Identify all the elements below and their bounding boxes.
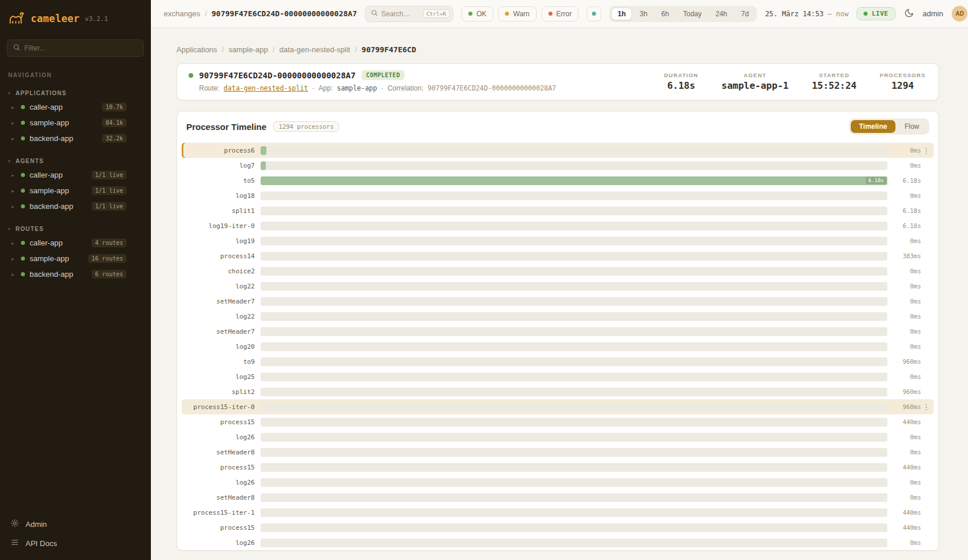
timeline-row-split2[interactable]: split2960ms (182, 384, 934, 399)
filter-input[interactable] (24, 44, 138, 52)
status-filter-warn[interactable]: Warn (498, 6, 536, 21)
timeline-row-log26[interactable]: log260ms (182, 429, 934, 445)
timeline-row-log22[interactable]: log220ms (182, 309, 934, 324)
sidebar-item-caller-app[interactable]: ▸caller-app1/1 live (0, 167, 151, 183)
timeline-row-process14[interactable]: process14383ms (182, 248, 934, 263)
status-filter-error[interactable]: Error (541, 6, 579, 21)
timeline-row-choice2[interactable]: choice20ms (182, 263, 934, 279)
row-menu-icon[interactable]: ⋮ (921, 403, 931, 411)
time-range-1h[interactable]: 1h (611, 8, 632, 20)
timeline-track (261, 388, 887, 396)
view-toggle-flow[interactable]: Flow (897, 120, 927, 133)
row-menu-icon[interactable]: ⋮ (921, 146, 931, 155)
username-label[interactable]: admin (923, 9, 943, 18)
logo-row[interactable]: cameleer v3.2.1 (0, 0, 151, 34)
timeline-row-log7[interactable]: log70ms (182, 158, 934, 173)
timeline-row-log19[interactable]: log190ms (182, 233, 934, 248)
route-link[interactable]: data-gen-nested-split (223, 84, 308, 92)
breadcrumb-item-90799f47e6cd: 90799F47E6CD (362, 45, 416, 54)
timeline-row-log26[interactable]: log260ms (182, 535, 934, 550)
timeline-row-process6[interactable]: process60ms⋮ (182, 143, 934, 158)
row-duration: 6.18s (887, 222, 921, 229)
stat-value: 6.18s (664, 80, 698, 91)
footer-item-api-docs[interactable]: API Docs (10, 538, 140, 548)
timeline-row-process15[interactable]: process15440ms (182, 414, 934, 429)
timeline-row-log26[interactable]: log260ms (182, 475, 934, 490)
row-duration: 960ms (887, 388, 921, 395)
sidebar-group-header-applications[interactable]: ▾APPLICATIONS (8, 90, 143, 96)
timeline-row-log19-iter-0[interactable]: log19-iter-06.18s (182, 218, 934, 233)
pulse-indicator-chip[interactable] (587, 6, 601, 21)
global-search[interactable]: Search… Ctrl+K (365, 6, 453, 22)
processor-name: choice2 (184, 268, 261, 275)
timeline-row-setHeader7[interactable]: setHeader70ms (182, 294, 934, 309)
sidebar-item-sample-app[interactable]: ▸sample-app1/1 live (0, 183, 151, 198)
status-filter-ok[interactable]: OK (461, 6, 493, 21)
route-label: Route: (199, 84, 219, 92)
footer-label: API Docs (26, 539, 57, 548)
breadcrumb-exchanges-link[interactable]: exchanges (164, 9, 200, 18)
row-duration: 440ms (887, 524, 921, 531)
sidebar-item-sample-app[interactable]: ▸sample-app16 routes (0, 251, 151, 266)
timeline-row-process15-iter-1[interactable]: process15-iter-1440ms (182, 505, 934, 520)
sidebar-item-backend-app[interactable]: ▸backend-app32.2k (0, 131, 151, 146)
breadcrumb-item-sample-app[interactable]: sample-app (229, 45, 268, 54)
timeline-row-setHeader8[interactable]: setHeader80ms (182, 445, 934, 460)
timeline-row-process15-iter-0[interactable]: process15-iter-0960ms⋮ (182, 399, 934, 414)
timeline-row-to9[interactable]: to9960ms (182, 354, 934, 369)
timeline-row-log20[interactable]: log200ms (182, 339, 934, 354)
sidebar-item-caller-app[interactable]: ▸caller-app4 routes (0, 235, 151, 251)
view-toggle-timeline[interactable]: Timeline (851, 120, 895, 133)
time-range-24h[interactable]: 24h (709, 8, 734, 20)
exchange-info: 90799F47E6CD24D-00000000000028A7 COMPLET… (189, 70, 556, 92)
timeline-row-process15[interactable]: process15440ms (182, 460, 934, 475)
processor-name: log19 (184, 237, 261, 245)
time-range-7d[interactable]: 7d (735, 8, 755, 20)
timeline-row-log18[interactable]: log180ms (182, 188, 934, 203)
sidebar-group-header-routes[interactable]: ▾ROUTES (8, 226, 143, 232)
row-duration: 440ms (887, 418, 921, 425)
timeline-row-to5[interactable]: to56.18s6.18s (182, 173, 934, 188)
timeline-track (261, 267, 887, 276)
pulse-dot-icon (592, 12, 596, 16)
range-end: now (836, 10, 849, 18)
processor-name: log26 (184, 433, 261, 441)
time-range-3h[interactable]: 3h (633, 8, 653, 20)
search-shortcut: Ctrl+K (423, 9, 450, 18)
user-avatar[interactable]: AD (952, 6, 967, 21)
chevron-right-icon: ▸ (12, 272, 16, 277)
timeline-track (261, 222, 887, 230)
processor-name: setHeader7 (184, 328, 261, 335)
timeline-track (261, 207, 887, 215)
duration-bar (261, 146, 266, 155)
timeline-row-setHeader8[interactable]: setHeader80ms (182, 490, 934, 505)
row-duration: 0ms (887, 539, 921, 546)
breadcrumb-item-data-gen-nested-split[interactable]: data-gen-nested-split (279, 45, 350, 54)
breadcrumb-separator: / (222, 45, 224, 54)
timeline-row-log25[interactable]: log250ms (182, 369, 934, 384)
processor-name: process15 (184, 464, 261, 471)
breadcrumb-item-applications[interactable]: Applications (176, 45, 217, 54)
sidebar-item-backend-app[interactable]: ▸backend-app6 routes (0, 266, 151, 282)
time-range-6h[interactable]: 6h (655, 8, 676, 20)
chip-label: Warn (513, 10, 529, 18)
timeline-row-process15[interactable]: process15440ms (182, 520, 934, 535)
sidebar-group-header-agents[interactable]: ▾AGENTS (8, 158, 143, 164)
processor-count-badge: 1294 processors (273, 121, 339, 132)
sidebar-item-caller-app[interactable]: ▸caller-app10.7k (0, 99, 151, 115)
timeline-track (261, 192, 887, 200)
status-dot-icon (21, 105, 25, 109)
sidebar-item-backend-app[interactable]: ▸backend-app1/1 live (0, 198, 151, 214)
processor-name: log26 (184, 479, 261, 486)
date-range[interactable]: 25. März 14:53 — now (765, 10, 848, 18)
timeline-row-setHeader7[interactable]: setHeader70ms (182, 324, 934, 339)
sidebar-item-sample-app[interactable]: ▸sample-app84.1k (0, 115, 151, 131)
live-toggle[interactable]: LIVE (857, 7, 895, 20)
time-range-today[interactable]: Today (677, 8, 708, 20)
row-duration: 0ms (887, 328, 921, 335)
status-dot-icon (21, 241, 25, 245)
timeline-row-log22[interactable]: log220ms (182, 279, 934, 294)
theme-toggle[interactable] (904, 8, 914, 20)
timeline-row-split1[interactable]: split16.18s (182, 203, 934, 218)
footer-item-admin[interactable]: Admin (10, 519, 140, 529)
